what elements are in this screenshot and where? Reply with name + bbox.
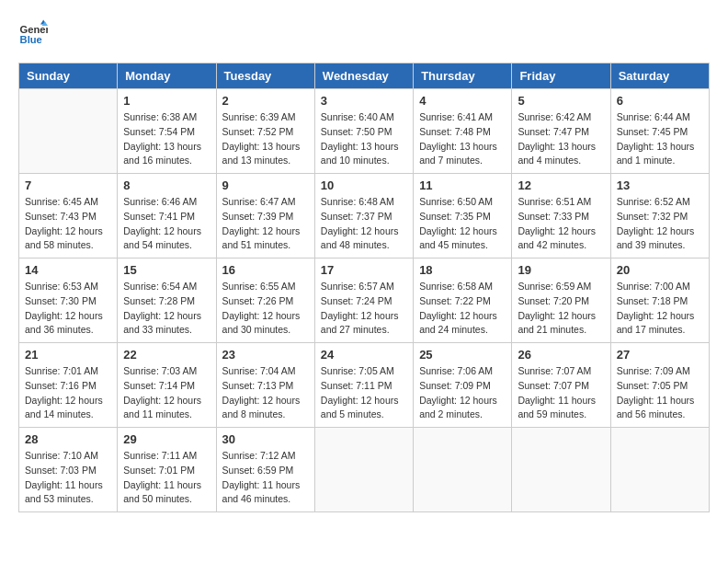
- day-number: 1: [123, 94, 210, 108]
- calendar-cell: 9Sunrise: 6:47 AM Sunset: 7:39 PM Daylig…: [216, 174, 314, 259]
- day-number: 28: [25, 432, 111, 446]
- day-info: Sunrise: 6:52 AM Sunset: 7:32 PM Dayligh…: [617, 195, 703, 253]
- calendar-cell: 27Sunrise: 7:09 AM Sunset: 7:05 PM Dayli…: [610, 343, 709, 428]
- calendar-cell: 2Sunrise: 6:39 AM Sunset: 7:52 PM Daylig…: [216, 89, 314, 174]
- calendar-cell: 22Sunrise: 7:03 AM Sunset: 7:14 PM Dayli…: [118, 343, 216, 428]
- day-number: 5: [518, 94, 604, 108]
- logo: General Blue: [18, 18, 48, 48]
- day-number: 20: [617, 263, 703, 277]
- day-info: Sunrise: 6:45 AM Sunset: 7:43 PM Dayligh…: [25, 195, 111, 253]
- day-info: Sunrise: 6:44 AM Sunset: 7:45 PM Dayligh…: [617, 110, 703, 168]
- day-number: 29: [123, 432, 210, 446]
- calendar-cell: [610, 428, 709, 512]
- calendar-cell: 6Sunrise: 6:44 AM Sunset: 7:45 PM Daylig…: [610, 89, 709, 174]
- day-info: Sunrise: 6:53 AM Sunset: 7:30 PM Dayligh…: [25, 280, 111, 338]
- day-number: 24: [321, 348, 407, 362]
- day-number: 2: [222, 94, 309, 108]
- day-number: 9: [222, 178, 309, 192]
- calendar-cell: 21Sunrise: 7:01 AM Sunset: 7:16 PM Dayli…: [19, 343, 118, 428]
- day-number: 10: [321, 178, 407, 192]
- calendar-week-2: 7Sunrise: 6:45 AM Sunset: 7:43 PM Daylig…: [19, 174, 710, 259]
- day-info: Sunrise: 7:01 AM Sunset: 7:16 PM Dayligh…: [25, 364, 111, 422]
- day-info: Sunrise: 6:50 AM Sunset: 7:35 PM Dayligh…: [419, 195, 506, 253]
- calendar-cell: 28Sunrise: 7:10 AM Sunset: 7:03 PM Dayli…: [19, 428, 118, 512]
- day-info: Sunrise: 6:42 AM Sunset: 7:47 PM Dayligh…: [518, 110, 604, 168]
- calendar-cell: 25Sunrise: 7:06 AM Sunset: 7:09 PM Dayli…: [414, 343, 512, 428]
- calendar-cell: 17Sunrise: 6:57 AM Sunset: 7:24 PM Dayli…: [314, 259, 413, 343]
- day-number: 22: [123, 348, 210, 362]
- day-number: 8: [123, 178, 210, 192]
- day-number: 25: [419, 348, 506, 362]
- day-number: 23: [222, 348, 309, 362]
- column-header-thursday: Thursday: [414, 63, 512, 89]
- day-number: 13: [617, 178, 703, 192]
- day-info: Sunrise: 7:07 AM Sunset: 7:07 PM Dayligh…: [518, 364, 604, 422]
- day-number: 18: [419, 263, 506, 277]
- day-number: 26: [518, 348, 604, 362]
- calendar-cell: 14Sunrise: 6:53 AM Sunset: 7:30 PM Dayli…: [19, 259, 118, 343]
- day-number: 11: [419, 178, 506, 192]
- day-info: Sunrise: 7:06 AM Sunset: 7:09 PM Dayligh…: [419, 364, 506, 422]
- calendar-cell: 15Sunrise: 6:54 AM Sunset: 7:28 PM Dayli…: [118, 259, 216, 343]
- calendar-cell: 29Sunrise: 7:11 AM Sunset: 7:01 PM Dayli…: [118, 428, 216, 512]
- day-info: Sunrise: 7:00 AM Sunset: 7:18 PM Dayligh…: [617, 280, 703, 338]
- day-header-row: SundayMondayTuesdayWednesdayThursdayFrid…: [19, 63, 710, 89]
- day-info: Sunrise: 7:10 AM Sunset: 7:03 PM Dayligh…: [25, 449, 111, 507]
- day-info: Sunrise: 6:47 AM Sunset: 7:39 PM Dayligh…: [222, 195, 309, 253]
- page-header: General Blue: [18, 18, 710, 48]
- calendar-week-1: 1Sunrise: 6:38 AM Sunset: 7:54 PM Daylig…: [19, 89, 710, 174]
- day-number: 6: [617, 94, 703, 108]
- day-info: Sunrise: 6:40 AM Sunset: 7:50 PM Dayligh…: [321, 110, 407, 168]
- day-info: Sunrise: 6:41 AM Sunset: 7:48 PM Dayligh…: [419, 110, 506, 168]
- column-header-friday: Friday: [512, 63, 610, 89]
- calendar-cell: 20Sunrise: 7:00 AM Sunset: 7:18 PM Dayli…: [610, 259, 709, 343]
- calendar-cell: 30Sunrise: 7:12 AM Sunset: 6:59 PM Dayli…: [216, 428, 314, 512]
- day-number: 21: [25, 348, 111, 362]
- calendar-cell: 12Sunrise: 6:51 AM Sunset: 7:33 PM Dayli…: [512, 174, 610, 259]
- day-info: Sunrise: 6:54 AM Sunset: 7:28 PM Dayligh…: [123, 280, 210, 338]
- day-info: Sunrise: 6:55 AM Sunset: 7:26 PM Dayligh…: [222, 280, 309, 338]
- calendar-cell: 26Sunrise: 7:07 AM Sunset: 7:07 PM Dayli…: [512, 343, 610, 428]
- day-info: Sunrise: 7:04 AM Sunset: 7:13 PM Dayligh…: [222, 364, 309, 422]
- day-info: Sunrise: 7:11 AM Sunset: 7:01 PM Dayligh…: [123, 449, 210, 507]
- calendar-cell: 10Sunrise: 6:48 AM Sunset: 7:37 PM Dayli…: [314, 174, 413, 259]
- day-number: 16: [222, 263, 309, 277]
- calendar-cell: 19Sunrise: 6:59 AM Sunset: 7:20 PM Dayli…: [512, 259, 610, 343]
- calendar-cell: 7Sunrise: 6:45 AM Sunset: 7:43 PM Daylig…: [19, 174, 118, 259]
- day-info: Sunrise: 7:05 AM Sunset: 7:11 PM Dayligh…: [321, 364, 407, 422]
- calendar-cell: 13Sunrise: 6:52 AM Sunset: 7:32 PM Dayli…: [610, 174, 709, 259]
- calendar-cell: [314, 428, 413, 512]
- day-number: 4: [419, 94, 506, 108]
- day-info: Sunrise: 6:59 AM Sunset: 7:20 PM Dayligh…: [518, 280, 604, 338]
- calendar-cell: 24Sunrise: 7:05 AM Sunset: 7:11 PM Dayli…: [314, 343, 413, 428]
- calendar-cell: 3Sunrise: 6:40 AM Sunset: 7:50 PM Daylig…: [314, 89, 413, 174]
- calendar-week-4: 21Sunrise: 7:01 AM Sunset: 7:16 PM Dayli…: [19, 343, 710, 428]
- day-number: 3: [321, 94, 407, 108]
- calendar-cell: 18Sunrise: 6:58 AM Sunset: 7:22 PM Dayli…: [414, 259, 512, 343]
- calendar-cell: 4Sunrise: 6:41 AM Sunset: 7:48 PM Daylig…: [414, 89, 512, 174]
- calendar-cell: [19, 89, 118, 174]
- day-number: 17: [321, 263, 407, 277]
- day-info: Sunrise: 6:39 AM Sunset: 7:52 PM Dayligh…: [222, 110, 309, 168]
- day-info: Sunrise: 7:09 AM Sunset: 7:05 PM Dayligh…: [617, 364, 703, 422]
- calendar-table: SundayMondayTuesdayWednesdayThursdayFrid…: [18, 63, 710, 512]
- day-info: Sunrise: 7:03 AM Sunset: 7:14 PM Dayligh…: [123, 364, 210, 422]
- column-header-monday: Monday: [118, 63, 216, 89]
- column-header-sunday: Sunday: [19, 63, 118, 89]
- day-info: Sunrise: 6:57 AM Sunset: 7:24 PM Dayligh…: [321, 280, 407, 338]
- calendar-week-5: 28Sunrise: 7:10 AM Sunset: 7:03 PM Dayli…: [19, 428, 710, 512]
- calendar-cell: 11Sunrise: 6:50 AM Sunset: 7:35 PM Dayli…: [414, 174, 512, 259]
- day-number: 27: [617, 348, 703, 362]
- day-info: Sunrise: 6:38 AM Sunset: 7:54 PM Dayligh…: [123, 110, 210, 168]
- day-info: Sunrise: 6:58 AM Sunset: 7:22 PM Dayligh…: [419, 280, 506, 338]
- calendar-cell: 16Sunrise: 6:55 AM Sunset: 7:26 PM Dayli…: [216, 259, 314, 343]
- calendar-cell: 1Sunrise: 6:38 AM Sunset: 7:54 PM Daylig…: [118, 89, 216, 174]
- day-number: 7: [25, 178, 111, 192]
- column-header-wednesday: Wednesday: [314, 63, 413, 89]
- column-header-saturday: Saturday: [610, 63, 709, 89]
- day-number: 19: [518, 263, 604, 277]
- calendar-cell: [512, 428, 610, 512]
- calendar-week-3: 14Sunrise: 6:53 AM Sunset: 7:30 PM Dayli…: [19, 259, 710, 343]
- calendar-cell: 23Sunrise: 7:04 AM Sunset: 7:13 PM Dayli…: [216, 343, 314, 428]
- calendar-cell: 5Sunrise: 6:42 AM Sunset: 7:47 PM Daylig…: [512, 89, 610, 174]
